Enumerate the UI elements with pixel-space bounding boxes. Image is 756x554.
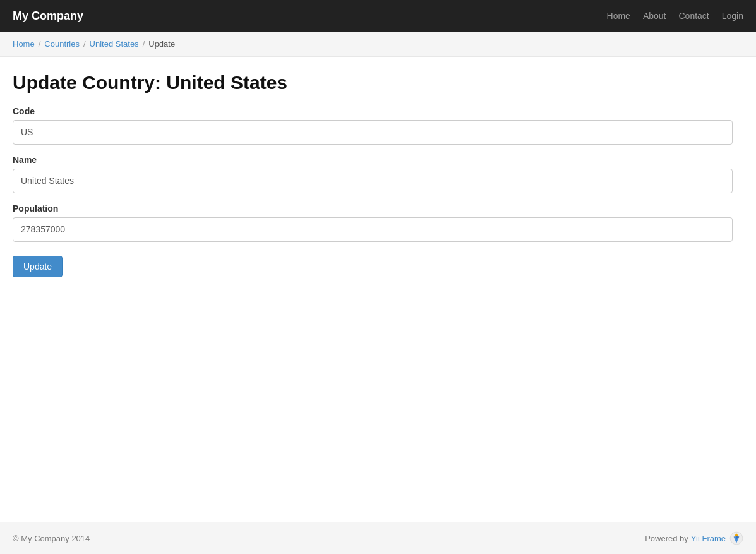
name-label: Name [13, 155, 743, 165]
page-title: Update Country: United States [13, 72, 743, 93]
breadcrumb-item-countries: Countries [44, 39, 80, 49]
form-group-code: Code [13, 106, 743, 145]
navbar: My Company Home About Contact Login [0, 0, 756, 32]
yii-logo-icon [729, 531, 743, 545]
footer-powered-text: Powered by [645, 534, 688, 543]
form-group-population: Population [13, 203, 743, 242]
nav-item-about: About [643, 11, 666, 21]
breadcrumb: Home / Countries / United States / Updat… [13, 39, 743, 49]
nav-link-contact[interactable]: Contact [678, 11, 709, 21]
breadcrumb-link-countries[interactable]: Countries [44, 39, 80, 49]
population-input[interactable] [13, 217, 733, 242]
code-input[interactable] [13, 120, 733, 145]
breadcrumb-item-home: Home [13, 39, 35, 49]
navbar-nav: Home About Contact Login [607, 11, 743, 21]
nav-link-home[interactable]: Home [607, 11, 630, 21]
footer-powered: Powered by Yii Frame [645, 531, 743, 545]
breadcrumb-item-united-states: United States [90, 39, 139, 49]
navbar-brand[interactable]: My Company [13, 9, 83, 23]
population-label: Population [13, 203, 743, 214]
footer: © My Company 2014 Powered by Yii Frame [0, 522, 756, 554]
nav-item-contact: Contact [678, 11, 709, 21]
breadcrumb-link-united-states[interactable]: United States [90, 39, 139, 49]
breadcrumb-separator-2: / [83, 39, 86, 49]
name-input[interactable] [13, 169, 733, 193]
breadcrumb-separator-3: / [143, 39, 145, 49]
nav-item-home: Home [607, 11, 630, 21]
breadcrumb-bar: Home / Countries / United States / Updat… [0, 32, 756, 57]
nav-link-about[interactable]: About [643, 11, 666, 21]
code-label: Code [13, 106, 743, 116]
update-country-form: Code Name Population Update [13, 106, 743, 277]
update-button[interactable]: Update [13, 256, 63, 277]
breadcrumb-link-home[interactable]: Home [13, 39, 35, 49]
footer-copyright: © My Company 2014 [13, 534, 90, 543]
footer-yii-link[interactable]: Yii Frame [691, 534, 726, 543]
nav-item-login: Login [722, 11, 743, 21]
form-group-name: Name [13, 155, 743, 193]
breadcrumb-current: Update [148, 39, 175, 49]
nav-link-login[interactable]: Login [722, 11, 743, 21]
main-content: Update Country: United States Code Name … [0, 57, 756, 522]
breadcrumb-separator-1: / [39, 39, 41, 49]
